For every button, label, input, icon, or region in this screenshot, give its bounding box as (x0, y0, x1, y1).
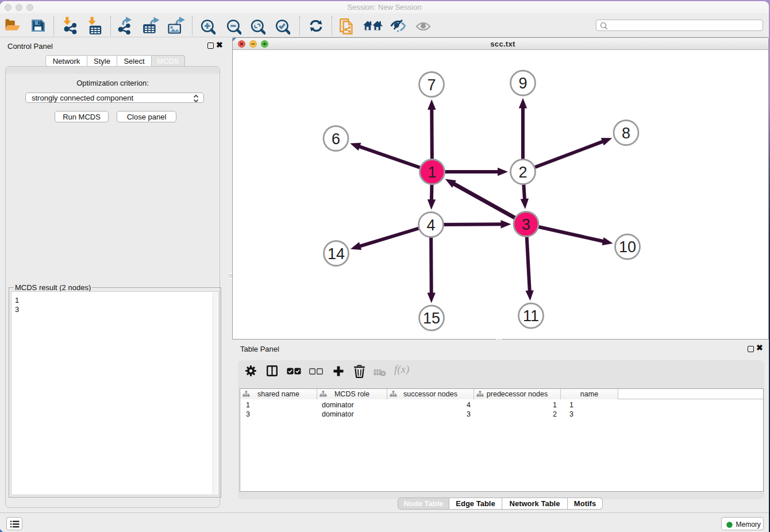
svg-text:8: 8 (622, 125, 630, 142)
svg-text:9: 9 (518, 75, 527, 92)
svg-text:1: 1 (428, 164, 436, 181)
svg-text:10: 10 (619, 238, 636, 256)
svg-text:6: 6 (332, 130, 340, 148)
svg-text:11: 11 (523, 307, 539, 325)
svg-text:4: 4 (426, 217, 435, 234)
svg-text:7: 7 (427, 76, 436, 94)
svg-text:14: 14 (328, 245, 345, 263)
svg-text:15: 15 (423, 310, 440, 327)
svg-text:2: 2 (518, 164, 527, 181)
svg-text:3: 3 (522, 216, 530, 233)
